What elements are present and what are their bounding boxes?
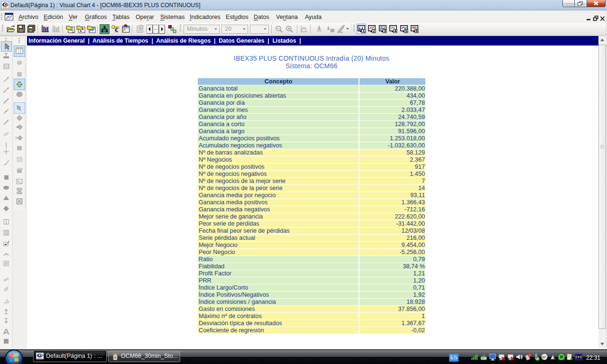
svg-text:€: € — [115, 27, 118, 33]
svg-text:1: 1 — [362, 28, 365, 33]
svg-text:6: 6 — [415, 28, 418, 33]
svg-text:2: 2 — [373, 28, 375, 33]
svg-text:5: 5 — [405, 28, 407, 33]
svg-text:4: 4 — [394, 28, 396, 33]
svg-text:3: 3 — [384, 28, 386, 33]
